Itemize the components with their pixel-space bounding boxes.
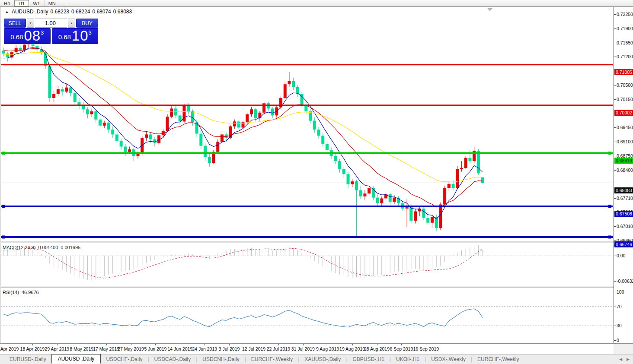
tab-scroll-left-icon[interactable]: ◀: [619, 357, 622, 361]
chart-tab-ukoil-h1[interactable]: UKOil-,H1: [391, 355, 425, 363]
buy-price-pip: 3: [89, 29, 92, 36]
candle-body: [94, 111, 97, 120]
date-axis: 9 Apr 201918 Apr 201929 Apr 20198 May 20…: [0, 344, 614, 354]
buy-price-box[interactable]: 0.68 10 3: [52, 28, 99, 44]
candle-body: [216, 142, 219, 152]
symbol-period-label: AUDUSD-,Daily: [12, 9, 48, 15]
buy-price-big: 10: [72, 28, 89, 43]
candle-body: [57, 89, 60, 94]
candle-body: [182, 106, 185, 122]
ohlc-close: 0.68083: [113, 9, 132, 15]
buy-button[interactable]: BUY: [76, 19, 98, 28]
volume-decrease-button[interactable]: ▼: [27, 19, 34, 28]
chart-shift-marker-icon[interactable]: [487, 8, 492, 11]
chart-tab-eurusd-daily[interactable]: EURUSD-,Daily: [4, 355, 51, 363]
date-label: 3 Jul 2019: [219, 346, 240, 351]
price-badge-black: 0.68083: [614, 187, 633, 193]
price-badge-red: 0.71005: [614, 69, 633, 75]
volume-increase-button[interactable]: ▲: [68, 19, 75, 28]
ohlc-open: 0.68223: [51, 9, 69, 15]
date-label: 12 Jul 2019: [242, 346, 265, 351]
candle-body: [6, 54, 9, 57]
chart-tab-usdchf-daily[interactable]: USDCHF-,Daily: [101, 355, 147, 363]
candle-body: [443, 188, 446, 204]
date-label: 8 May 2019: [70, 346, 93, 351]
candle-body: [111, 130, 114, 134]
hline-handle[interactable]: [608, 152, 611, 155]
hline-handle[interactable]: [2, 152, 5, 155]
candle-body: [145, 134, 148, 137]
chart-tab-audusd-daily[interactable]: AUDUSD-,Daily: [51, 354, 101, 364]
candle-body: [271, 108, 274, 115]
candle-body: [124, 147, 127, 152]
candle-body: [426, 218, 429, 223]
candle-body: [338, 161, 341, 169]
date-tick: [57, 344, 58, 345]
macd-indicator-label: MACD(12,26,9) 0.001400 0.001695: [3, 245, 80, 250]
price-badge-blue: 0.67508: [614, 211, 633, 217]
candle-body: [317, 130, 320, 136]
candle-body: [170, 108, 173, 117]
date-tick: [82, 344, 82, 345]
candle-body: [120, 141, 123, 146]
date-label: 22 Jul 2019: [267, 346, 290, 351]
candle-body: [149, 134, 152, 139]
candle-body: [137, 154, 140, 156]
candle-body: [448, 184, 451, 188]
candle-body: [166, 117, 169, 131]
chart-tab-eurchf-weekly[interactable]: EURCHF-,Weekly: [246, 355, 298, 363]
volume-input[interactable]: [35, 19, 67, 28]
hline-handle[interactable]: [608, 205, 611, 208]
date-tick: [205, 344, 205, 345]
price-badge-green: 0.68819: [614, 158, 633, 164]
sell-button[interactable]: SELL: [4, 19, 26, 28]
sell-price-big: 08: [24, 28, 41, 43]
one-click-collapse-icon[interactable]: ▲: [5, 10, 9, 14]
rsi-value: 46.9676: [22, 290, 39, 295]
macd-main-value: 0.001400: [38, 245, 58, 250]
candle-body: [321, 136, 324, 144]
candle-body: [254, 109, 257, 118]
candle-body: [107, 123, 110, 130]
date-tick: [180, 344, 180, 345]
candle-body: [468, 158, 471, 161]
chart-tab-usdcnh-daily[interactable]: USDCNH-,Daily: [197, 355, 244, 363]
candle-body: [48, 66, 51, 98]
candle-body: [267, 103, 270, 108]
candle-body: [191, 111, 194, 122]
chart-tab-usdx-weekly[interactable]: USDX-,Weekly: [426, 355, 471, 363]
chart-tab-bar: EURUSD-,DailyAUDUSD-,DailyUSDCHF-,Daily|…: [0, 354, 633, 364]
price-badge-red: 0.70002: [614, 110, 633, 116]
chart-tab-eurchf-weekly[interactable]: EURCHF-,Weekly: [472, 355, 524, 363]
tab-scroll-right-icon[interactable]: ▶: [627, 357, 630, 361]
hline-handle[interactable]: [608, 235, 611, 238]
candle-body: [313, 121, 316, 130]
date-label: 31 Jul 2019: [291, 346, 315, 351]
date-tick: [426, 344, 426, 345]
candle-body: [221, 134, 224, 142]
date-label: 6 Sep 2019: [390, 346, 413, 351]
candle-body: [187, 106, 190, 111]
chart-tab-xauusd-daily[interactable]: XAUUSD-,Daily: [299, 355, 346, 363]
date-label: 5 Jun 2019: [144, 346, 166, 351]
trading-terminal-window: H4D1W1MN 0.722500.719000.715500.712000.7…: [0, 0, 633, 364]
candle-body: [431, 217, 434, 223]
candle-body: [477, 151, 480, 173]
candle-body: [414, 212, 417, 221]
hline-handle[interactable]: [2, 205, 5, 208]
date-tick: [328, 344, 328, 345]
hline-handle[interactable]: [2, 235, 5, 238]
chart-tab-usdcad-daily[interactable]: USDCAD-,Daily: [149, 355, 196, 363]
candle-body: [355, 181, 358, 190]
sell-price-box[interactable]: 0.68 08 3: [4, 28, 51, 44]
date-tick: [8, 344, 8, 345]
macd-signal-value: 0.001695: [61, 245, 80, 250]
chart-title: ▲ AUDUSD-,Daily 0.68223 0.68224 0.68074 …: [5, 9, 132, 15]
candle-body: [460, 168, 463, 169]
candle-body: [15, 48, 18, 52]
chart-tab-gbpusd-h1[interactable]: GBPUSD-,H1: [348, 355, 390, 363]
candle-body: [128, 149, 131, 152]
date-tick: [155, 344, 156, 345]
candle-body: [380, 199, 383, 203]
candle-body: [359, 190, 362, 196]
